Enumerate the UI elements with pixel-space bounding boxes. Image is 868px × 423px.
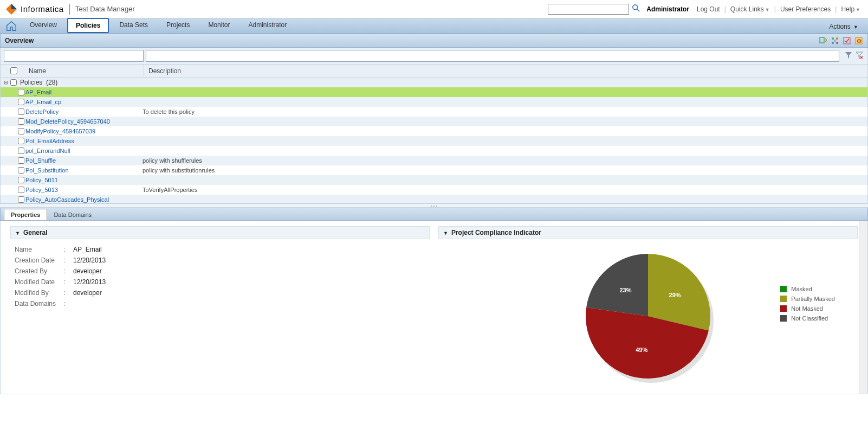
column-header-description[interactable]: Description [144,65,859,77]
search-icon[interactable] [632,4,640,14]
table-row[interactable]: Pol_EmailAddress [1,136,867,146]
filter-apply-icon[interactable] [845,52,853,60]
policy-link[interactable]: ModifyPolicy_4594657039 [25,128,95,134]
property-row: Creation Date:12/20/2013 [10,257,430,264]
table-row[interactable]: Mod_DeletePolicy_4594657040 [1,117,867,126]
pie-slice-label: 29% [669,292,681,298]
row-checkbox[interactable] [18,89,24,95]
table-row[interactable]: Policy_AutoCascades_Physical [1,195,867,203]
table-row[interactable]: Policy_5013ToVerifyAllProperties [1,185,867,195]
top-header: Informatica | Test Data Manager Administ… [0,0,868,18]
collapse-caret-icon: ▼ [443,230,448,236]
filter-clear-icon[interactable] [856,52,864,60]
row-checkbox[interactable] [18,187,24,193]
property-label: Name [15,246,63,253]
legend-label: Partially Masked [791,296,835,302]
legend-swatch [780,305,787,312]
policy-link[interactable]: Pol_EmailAddress [25,138,74,144]
policy-description: To delete this policy [138,108,865,115]
legend-item: Not Masked [780,305,835,312]
row-checkbox[interactable] [18,118,24,125]
compliance-panel-title[interactable]: ▼Project Compliance Indicator [438,226,858,239]
nav-tab-overview[interactable]: Overview [22,18,65,33]
property-label: Created By [15,267,63,275]
policy-link[interactable]: Policy_5011 [25,177,58,183]
policies-group-row[interactable]: ⊟Policies (28) [1,78,867,87]
row-checkbox[interactable] [18,108,24,115]
detail-tabs-bar: Properties Data Domains [0,208,868,221]
general-panel-title[interactable]: ▼General [10,226,430,239]
group-checkbox[interactable] [10,79,17,86]
grid-scroll-area[interactable]: ⊟Policies (28)AP_EmailAP_Email_cpDeleteP… [1,78,867,203]
table-row[interactable]: AP_Email [1,87,867,97]
nav-tabs-bar: OverviewPoliciesData SetsProjectsMonitor… [0,18,868,34]
row-checkbox[interactable] [18,138,24,144]
filter-name-input[interactable] [4,50,144,62]
toolbar-icon-4[interactable]: ⚙ [854,36,863,45]
detail-scrollbar[interactable] [859,221,867,394]
legend-item: Not Classified [780,315,835,322]
collapse-caret-icon: ▼ [15,230,20,236]
expand-icon[interactable]: ⊟ [3,80,9,85]
policy-link[interactable]: Policy_AutoCascades_Physical [25,196,109,203]
policy-link[interactable]: Mod_DeletePolicy_4594657040 [25,118,110,125]
tab-data-domains[interactable]: Data Domains [47,209,98,220]
policy-link[interactable]: AP_Email_cp [25,99,61,105]
horizontal-splitter[interactable]: • • • [0,203,868,208]
row-checkbox[interactable] [18,177,24,183]
table-row[interactable]: Policy_5011 [1,175,867,185]
brand-text: Informatica [21,4,64,14]
app-title: Test Data Manager [75,5,135,13]
row-checkbox[interactable] [18,99,24,105]
row-checkbox[interactable] [18,157,24,164]
property-value: developer [73,267,102,275]
policy-link[interactable]: Policy_5013 [25,187,58,193]
logout-link[interactable]: Log Out [695,5,722,13]
select-all-checkbox[interactable] [10,67,17,74]
svg-text:⚙: ⚙ [857,38,861,44]
legend-label: Not Masked [791,305,823,312]
column-header-name[interactable]: Name [27,67,144,75]
tab-properties[interactable]: Properties [4,209,47,220]
nav-tab-data-sets[interactable]: Data Sets [111,18,156,33]
compliance-panel: ▼Project Compliance Indicator 23%29%49% … [434,226,862,388]
global-search-input[interactable] [548,4,629,15]
nav-tab-administrator[interactable]: Administrator [240,18,295,33]
pie-slice-label: 23% [619,287,631,293]
filter-description-input[interactable] [146,50,839,62]
policy-link[interactable]: DeletePolicy [25,108,59,115]
home-icon[interactable] [5,20,17,32]
help-menu[interactable]: Help▼ [839,5,863,13]
policy-link[interactable]: pol_ErrorandNull [25,148,70,154]
table-row[interactable]: Pol_Shufflepolicy with shufflerules [1,156,867,165]
row-checkbox[interactable] [18,148,24,154]
brand-separator: | [68,3,71,15]
policy-link[interactable]: AP_Email [25,89,51,95]
nav-tab-policies[interactable]: Policies [67,18,109,33]
user-preferences-link[interactable]: User Preferences [778,5,833,13]
toolbar-icon-3[interactable] [843,36,851,45]
table-row[interactable]: AP_Email_cp [1,97,867,107]
table-row[interactable]: Pol_Substitutionpolicy with substitution… [1,165,867,175]
table-header: Name Description [0,65,868,78]
nav-tab-monitor[interactable]: Monitor [200,18,238,33]
nav-tab-projects[interactable]: Projects [158,18,198,33]
svg-point-2 [633,5,638,10]
actions-menu[interactable]: Actions ▼ [825,20,863,33]
legend-swatch [780,315,787,322]
property-value: 12/20/2013 [73,278,106,286]
property-row: Modified By:developer [10,289,430,297]
table-row[interactable]: pol_ErrorandNull [1,146,867,156]
row-checkbox[interactable] [18,128,24,134]
row-checkbox[interactable] [18,167,24,174]
policy-link[interactable]: Pol_Substitution [25,167,69,174]
toolbar-icon-2[interactable] [831,36,839,45]
property-value: 12/20/2013 [73,257,106,264]
policy-link[interactable]: Pol_Shuffle [25,157,56,164]
table-row[interactable]: DeletePolicyTo delete this policy [1,107,867,117]
table-row[interactable]: ModifyPolicy_4594657039 [1,126,867,136]
general-panel: ▼General Name:AP_EmailCreation Date:12/2… [6,226,434,388]
toolbar-icon-1[interactable] [819,36,827,45]
quick-links-menu[interactable]: Quick Links▼ [728,5,772,13]
row-checkbox[interactable] [18,196,24,203]
